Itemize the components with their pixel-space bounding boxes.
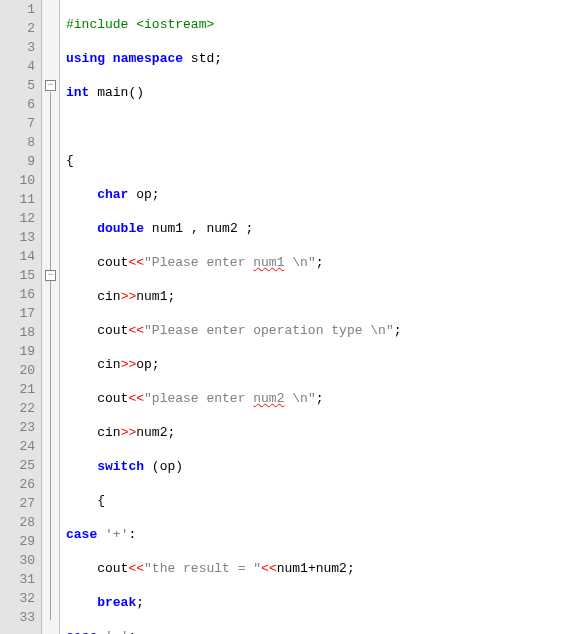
line-number: 9 xyxy=(0,152,35,171)
fold-guide xyxy=(50,92,51,620)
preproc: #include xyxy=(66,17,128,32)
line-number: 29 xyxy=(0,532,35,551)
line-number: 27 xyxy=(0,494,35,513)
line-number: 16 xyxy=(0,285,35,304)
line-number: 11 xyxy=(0,190,35,209)
line-number: 13 xyxy=(0,228,35,247)
line-number: 3 xyxy=(0,38,35,57)
line-number: 6 xyxy=(0,95,35,114)
code-line[interactable]: cout<<"the result = "<<num1+num2; xyxy=(66,559,568,578)
line-number: 4 xyxy=(0,57,35,76)
code-line[interactable]: switch (op) xyxy=(66,457,568,476)
code-line[interactable]: int main() xyxy=(66,83,568,102)
code-line[interactable]: char op; xyxy=(66,185,568,204)
code-editor[interactable]: #include <iostream> using namespace std;… xyxy=(60,0,568,634)
spellcheck-underline: num2 xyxy=(253,391,284,406)
code-line[interactable]: double num1 , num2 ; xyxy=(66,219,568,238)
code-line[interactable]: case '+': xyxy=(66,525,568,544)
line-number: 25 xyxy=(0,456,35,475)
code-line[interactable]: cout<<"please enter num2 \n"; xyxy=(66,389,568,408)
line-number: 33 xyxy=(0,608,35,627)
fold-toggle-icon[interactable]: − xyxy=(45,80,56,91)
line-number: 7 xyxy=(0,114,35,133)
code-line[interactable]: { xyxy=(66,491,568,510)
line-number: 20 xyxy=(0,361,35,380)
code-line[interactable] xyxy=(66,117,568,136)
line-number: 5 xyxy=(0,76,35,95)
line-number: 15 xyxy=(0,266,35,285)
line-number: 31 xyxy=(0,570,35,589)
line-number: 8 xyxy=(0,133,35,152)
line-number: 30 xyxy=(0,551,35,570)
spellcheck-underline: num1 xyxy=(253,255,284,270)
line-number: 2 xyxy=(0,19,35,38)
code-line[interactable]: using namespace std; xyxy=(66,49,568,68)
include-header: <iostream> xyxy=(136,17,214,32)
line-number: 28 xyxy=(0,513,35,532)
code-line[interactable]: cout<<"Please enter operation type \n"; xyxy=(66,321,568,340)
line-number: 26 xyxy=(0,475,35,494)
line-number: 32 xyxy=(0,589,35,608)
line-number: 10 xyxy=(0,171,35,190)
line-number: 12 xyxy=(0,209,35,228)
code-line[interactable]: #include <iostream> xyxy=(66,15,568,34)
code-line[interactable]: case '-': xyxy=(66,627,568,634)
line-number: 21 xyxy=(0,380,35,399)
line-number: 14 xyxy=(0,247,35,266)
line-number: 19 xyxy=(0,342,35,361)
fold-toggle-icon[interactable]: − xyxy=(45,270,56,281)
line-number: 1 xyxy=(0,0,35,19)
line-number-gutter: 1 2 3 4 5 6 7 8 9 10 11 12 13 14 15 16 1… xyxy=(0,0,42,634)
code-line[interactable]: { xyxy=(66,151,568,170)
code-line[interactable]: cout<<"Please enter num1 \n"; xyxy=(66,253,568,272)
line-number: 24 xyxy=(0,437,35,456)
code-line[interactable]: cin>>num1; xyxy=(66,287,568,306)
line-number: 22 xyxy=(0,399,35,418)
line-number: 18 xyxy=(0,323,35,342)
code-line[interactable]: cin>>num2; xyxy=(66,423,568,442)
code-line[interactable]: break; xyxy=(66,593,568,612)
code-line[interactable]: cin>>op; xyxy=(66,355,568,374)
line-number: 17 xyxy=(0,304,35,323)
line-number: 23 xyxy=(0,418,35,437)
fold-column: − − xyxy=(42,0,60,634)
